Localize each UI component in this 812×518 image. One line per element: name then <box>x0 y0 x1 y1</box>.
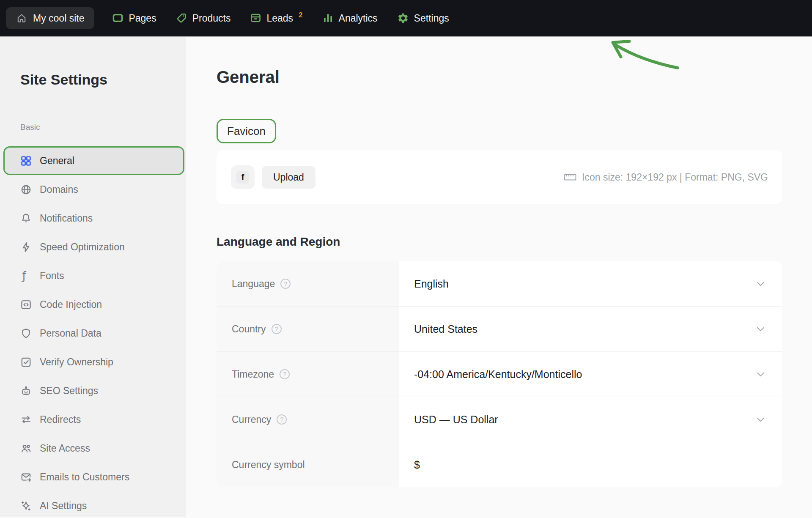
nav-item-products[interactable]: Products <box>176 11 231 25</box>
nav-item-analytics[interactable]: Analytics <box>322 11 378 25</box>
sidebar-item-label: Site Access <box>40 443 90 454</box>
settings-icon <box>397 12 409 24</box>
checkbox-icon <box>20 356 32 368</box>
favicon-hint-text: Icon size: 192×192 px | Format: PNG, SVG <box>582 172 768 183</box>
sidebar-item-label: Fonts <box>40 270 64 282</box>
row-label: Language <box>232 278 275 290</box>
sidebar-item-label: Redirects <box>40 414 81 425</box>
sidebar-item-label: Speed Optimization <box>40 241 125 253</box>
robot-icon <box>20 385 32 397</box>
code-icon <box>20 299 32 310</box>
redirect-icon <box>20 414 32 425</box>
globe-icon <box>20 184 32 195</box>
fonts-icon: ƒ <box>20 270 32 282</box>
row-value: USD — US Dollar <box>414 414 498 426</box>
sidebar-section-basic: Basic <box>20 123 186 132</box>
lightning-icon <box>20 241 32 253</box>
sidebar-item-label: Code Injection <box>40 299 102 310</box>
row-value: $ <box>414 459 420 471</box>
nav-item-pages[interactable]: Pages <box>112 11 156 25</box>
sidebar-item-label: Emails to Customers <box>40 471 129 483</box>
sidebar-item-speed-optimization[interactable]: Speed Optimization <box>0 233 186 261</box>
grid-icon <box>20 155 32 167</box>
row-value-cell[interactable]: -04:00 America/Kentucky/Monticello <box>399 352 782 397</box>
chevron-down-icon <box>757 417 765 422</box>
upload-button[interactable]: Upload <box>262 166 315 189</box>
main-content: General Favicon f Upload Icon size: 192×… <box>186 37 812 517</box>
pages-icon <box>112 12 123 24</box>
row-label: Currency <box>232 414 271 425</box>
favicon-hint: Icon size: 192×192 px | Format: PNG, SVG <box>564 172 768 183</box>
nav-item-label: Leads <box>266 11 293 25</box>
sidebar-item-fonts[interactable]: ƒFonts <box>0 261 186 290</box>
nav-item-label: Settings <box>414 11 449 25</box>
top-navbar: My cool site PagesProductsLeads2Analytic… <box>0 0 812 37</box>
row-label: Timezone <box>232 369 274 380</box>
analytics-icon <box>322 12 334 24</box>
annotation-arrow-icon <box>609 37 683 73</box>
sidebar-item-domains[interactable]: Domains <box>0 175 186 204</box>
sidebar-item-redirects[interactable]: Redirects <box>0 405 186 434</box>
sparkles-icon <box>20 500 32 512</box>
sidebar-item-label: Personal Data <box>40 328 102 339</box>
leads-icon <box>250 12 261 24</box>
people-icon <box>20 443 32 454</box>
help-icon[interactable]: ? <box>280 279 291 289</box>
products-icon <box>176 12 187 24</box>
settings-row-currency-symbol: Currency symbol$ <box>217 442 782 487</box>
sidebar-item-general[interactable]: General <box>3 146 184 175</box>
sidebar-list: GeneralDomainsNotificationsSpeed Optimiz… <box>0 146 186 518</box>
sidebar-item-notifications[interactable]: Notifications <box>0 204 186 233</box>
email-icon <box>20 471 32 483</box>
favicon-section-label: Favicon <box>217 119 276 143</box>
sidebar-item-site-access[interactable]: Site Access <box>0 434 186 463</box>
row-value-cell[interactable]: English <box>399 261 782 306</box>
sidebar-item-personal-data[interactable]: Personal Data <box>0 319 186 348</box>
chevron-down-icon <box>757 327 765 332</box>
settings-row-language: Language?English <box>217 261 782 307</box>
site-name-label: My cool site <box>33 13 84 24</box>
settings-row-currency: Currency?USD — US Dollar <box>217 397 782 442</box>
row-label: Currency symbol <box>232 459 305 471</box>
row-value: -04:00 America/Kentucky/Monticello <box>414 368 582 381</box>
site-home-button[interactable]: My cool site <box>6 7 94 29</box>
sidebar-item-code-injection[interactable]: Code Injection <box>0 290 186 319</box>
row-label-cell: Language? <box>217 261 399 306</box>
language-region-heading: Language and Region <box>217 235 782 249</box>
row-value: United States <box>414 323 477 335</box>
page-title: General <box>217 67 782 87</box>
nav-items: PagesProductsLeads2AnalyticsSettings <box>112 11 449 25</box>
settings-row-timezone: Timezone?-04:00 America/Kentucky/Montice… <box>217 352 782 397</box>
favicon-card: f Upload Icon size: 192×192 px | Format:… <box>217 150 782 204</box>
sidebar: Site Settings Basic GeneralDomainsNotifi… <box>0 37 186 517</box>
help-icon[interactable]: ? <box>280 369 290 379</box>
row-label-cell: Currency? <box>217 397 399 442</box>
help-icon[interactable]: ? <box>277 414 287 425</box>
favicon-preview[interactable]: f <box>231 165 255 189</box>
sidebar-item-label: SEO Settings <box>40 385 98 397</box>
sidebar-item-ai-settings[interactable]: AI Settings <box>0 491 186 518</box>
help-icon[interactable]: ? <box>272 324 282 334</box>
row-value-cell[interactable]: United States <box>399 307 782 351</box>
leads-badge: 2 <box>299 11 302 19</box>
ruler-icon <box>564 173 576 182</box>
sidebar-item-emails-to-customers[interactable]: Emails to Customers <box>0 463 186 491</box>
sidebar-item-label: Domains <box>40 184 78 195</box>
sidebar-item-seo-settings[interactable]: SEO Settings <box>0 376 186 405</box>
nav-item-label: Pages <box>129 11 156 25</box>
sidebar-item-verify-ownership[interactable]: Verify Ownership <box>0 348 186 376</box>
row-label-cell: Country? <box>217 307 399 351</box>
sidebar-title: Site Settings <box>20 70 186 89</box>
settings-row-country: Country?United States <box>217 307 782 352</box>
home-icon <box>16 13 27 24</box>
sidebar-item-label: Verify Ownership <box>40 356 113 368</box>
nav-item-leads[interactable]: Leads2 <box>250 11 302 25</box>
row-value-cell[interactable]: $ <box>399 442 782 487</box>
row-value-cell[interactable]: USD — US Dollar <box>399 397 782 442</box>
sidebar-item-label: Notifications <box>40 213 93 224</box>
nav-item-settings[interactable]: Settings <box>397 11 449 25</box>
nav-item-label: Products <box>192 11 231 25</box>
svg-text:ƒ: ƒ <box>22 270 27 282</box>
favicon-glyph: f <box>236 171 249 184</box>
row-label: Country <box>232 323 266 335</box>
